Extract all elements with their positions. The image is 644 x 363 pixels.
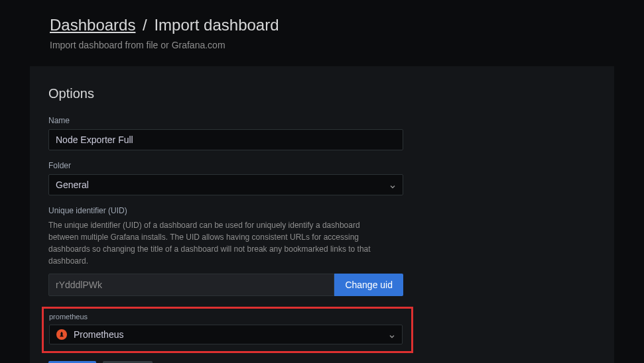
uid-label: Unique identifier (UID) — [48, 206, 596, 215]
highlight-box: prometheus Prometheus — [42, 307, 413, 353]
uid-row: Change uid — [48, 274, 403, 296]
breadcrumb-separator: / — [143, 16, 147, 34]
breadcrumb-dashboards-link[interactable]: Dashboards — [50, 16, 135, 34]
breadcrumb-current: Import dashboard — [154, 16, 279, 34]
uid-help-text: The unique identifier (UID) of a dashboa… — [48, 219, 380, 267]
options-title: Options — [48, 86, 596, 101]
chevron-down-icon — [389, 182, 396, 188]
form-group-folder: Folder General — [48, 161, 596, 195]
name-label: Name — [48, 116, 596, 125]
breadcrumb: Dashboards / Import dashboard — [50, 16, 644, 34]
content-panel: Options Name Folder General Unique ident… — [30, 66, 614, 363]
name-input[interactable] — [48, 129, 403, 150]
chevron-down-icon — [389, 331, 395, 338]
page-header: Dashboards / Import dashboard Import das… — [0, 0, 644, 50]
prometheus-icon — [56, 329, 67, 340]
datasource-value: Prometheus — [74, 329, 123, 340]
form-group-name: Name — [48, 116, 596, 150]
change-uid-button[interactable]: Change uid — [334, 274, 403, 296]
folder-value: General — [56, 180, 89, 190]
datasource-select[interactable]: Prometheus — [49, 325, 403, 344]
page-subtitle: Import dashboard from file or Grafana.co… — [50, 40, 644, 50]
folder-select[interactable]: General — [48, 174, 403, 195]
folder-label: Folder — [48, 161, 596, 170]
datasource-label: prometheus — [49, 313, 406, 321]
datasource-left: Prometheus — [56, 329, 123, 340]
uid-input — [48, 274, 334, 296]
form-group-uid: Unique identifier (UID) The unique ident… — [48, 206, 596, 296]
